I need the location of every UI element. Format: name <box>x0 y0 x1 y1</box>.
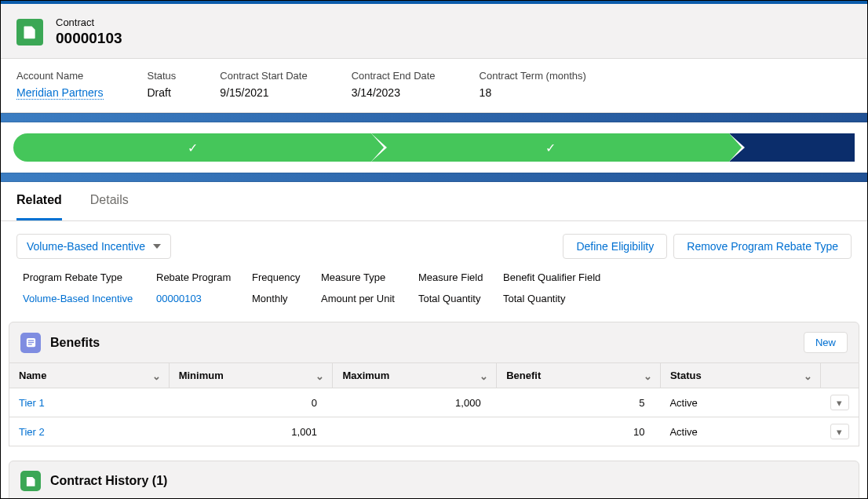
record-type: Contract <box>56 16 122 28</box>
path-stage-2[interactable]: ✓ <box>371 133 729 162</box>
chevron-down-icon <box>153 244 161 249</box>
actions-row: Volume-Based Incentive Define Eligibilit… <box>1 221 867 268</box>
benefits-header: Benefits New <box>9 322 859 363</box>
col-minimum: Minimum <box>179 370 224 381</box>
check-icon: ✓ <box>188 140 198 155</box>
measure-field-label: Measure Field <box>418 271 503 285</box>
col-maximum: Maximum <box>342 370 389 381</box>
path-stage-3[interactable] <box>729 133 855 162</box>
rebate-program-label: Rebate Program <box>156 271 252 285</box>
status-label: Status <box>148 70 177 82</box>
account-name-label: Account Name <box>16 70 104 82</box>
benefits-title: Benefits <box>50 336 100 350</box>
term-value: 18 <box>480 86 586 99</box>
sort-icon[interactable]: ⌄ <box>152 370 161 381</box>
tier-benefit: 10 <box>497 417 661 446</box>
tier-status: Active <box>660 388 820 417</box>
account-name-link[interactable]: Meridian Partners <box>16 86 104 100</box>
record-header: Contract 00000103 <box>1 4 867 59</box>
col-name: Name <box>19 370 46 381</box>
svg-rect-1 <box>27 340 34 341</box>
benefits-icon <box>20 333 41 353</box>
tab-details[interactable]: Details <box>90 182 129 220</box>
tier-min: 1,001 <box>169 417 333 446</box>
path-stage-1[interactable]: ✓ <box>13 133 371 162</box>
svg-rect-3 <box>27 344 31 344</box>
end-date-label: Contract End Date <box>352 70 436 82</box>
rebate-detail-grid: Program Rebate Type Rebate Program Frequ… <box>1 268 867 308</box>
benefit-qualifier-value: Total Quantity <box>503 293 629 304</box>
contract-history-title: Contract History (1) <box>50 474 167 488</box>
measure-type-value: Amount per Unit <box>321 293 418 304</box>
sort-icon[interactable]: ⌄ <box>644 370 652 381</box>
status-value: Draft <box>148 86 177 99</box>
col-status: Status <box>670 370 702 381</box>
tier-name-link[interactable]: Tier 2 <box>9 417 170 446</box>
tier-max: 1,000 <box>333 388 497 417</box>
frequency-value: Monthly <box>252 293 321 304</box>
term-label: Contract Term (months) <box>480 70 586 82</box>
measure-field-value: Total Quantity <box>418 293 503 304</box>
sort-icon[interactable]: ⌄ <box>480 370 488 381</box>
table-row: Tier 1 0 1,000 5 Active ▾ <box>9 388 859 417</box>
sort-icon[interactable]: ⌄ <box>315 370 324 381</box>
incentive-dropdown[interactable]: Volume-Based Incentive <box>16 234 171 259</box>
record-number: 00000103 <box>56 30 122 47</box>
benefit-qualifier-label: Benefit Qualifier Field <box>503 271 629 285</box>
program-rebate-type-label: Program Rebate Type <box>23 271 156 285</box>
incentive-dropdown-label: Volume-Based Incentive <box>27 240 145 253</box>
benefits-table: Name ⌄ Minimum ⌄ Maximum ⌄ Benefit ⌄ <box>9 363 859 446</box>
end-date-value: 3/14/2023 <box>352 86 436 99</box>
tier-name-link[interactable]: Tier 1 <box>9 388 170 417</box>
check-icon: ✓ <box>545 140 556 155</box>
program-rebate-type-link[interactable]: Volume-Based Incentive <box>23 293 156 304</box>
frequency-label: Frequency <box>252 271 321 285</box>
measure-type-label: Measure Type <box>321 271 418 285</box>
contract-history-section: Contract History (1) <box>9 461 859 499</box>
table-row: Tier 2 1,001 10 Active ▾ <box>9 417 859 446</box>
separator-stripe <box>1 173 867 182</box>
separator-stripe <box>1 113 867 122</box>
contract-history-icon <box>20 471 41 491</box>
row-menu-button[interactable]: ▾ <box>830 424 849 439</box>
sort-icon[interactable]: ⌄ <box>804 370 812 381</box>
path-container: ✓ ✓ <box>1 122 867 173</box>
new-benefit-button[interactable]: New <box>804 332 848 353</box>
svg-rect-2 <box>27 342 34 343</box>
tab-related[interactable]: Related <box>16 182 62 220</box>
tab-row: Related Details <box>1 182 867 221</box>
tier-max <box>333 417 497 446</box>
start-date-label: Contract Start Date <box>220 70 307 82</box>
rebate-program-link[interactable]: 00000103 <box>156 293 252 304</box>
tier-benefit: 5 <box>497 388 661 417</box>
row-menu-button[interactable]: ▾ <box>830 395 849 410</box>
tier-status: Active <box>660 417 820 446</box>
tier-min: 0 <box>169 388 333 417</box>
contract-icon <box>16 19 43 46</box>
col-benefit: Benefit <box>506 370 541 381</box>
start-date-value: 9/15/2021 <box>220 86 307 99</box>
benefits-section: Benefits New Name ⌄ Minimum ⌄ Maximum <box>9 322 859 446</box>
highlights-panel: Account Name Meridian Partners Status Dr… <box>1 59 867 113</box>
define-eligibility-button[interactable]: Define Eligibility <box>563 234 667 259</box>
contract-history-header: Contract History (1) <box>9 461 859 499</box>
remove-rebate-button[interactable]: Remove Program Rebate Type <box>673 234 852 259</box>
